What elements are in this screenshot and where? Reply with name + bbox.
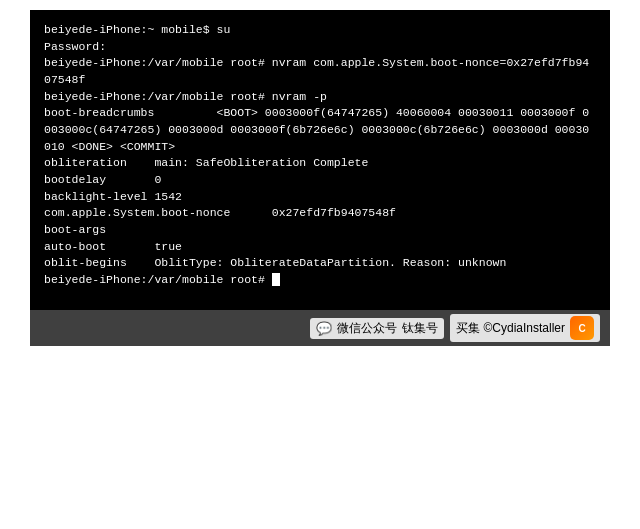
cydia-icon: C bbox=[570, 316, 594, 340]
cydia-label: 买集 ©CydiaInstaller bbox=[456, 320, 565, 337]
terminal-wrapper: beiyede-iPhone:~ mobile$ su Password: be… bbox=[30, 10, 610, 346]
terminal-output: beiyede-iPhone:~ mobile$ su Password: be… bbox=[44, 22, 596, 289]
watermark-label: 💬 微信公众号 钛集号 bbox=[310, 318, 444, 339]
watermark-bar: 💬 微信公众号 钛集号 买集 ©CydiaInstaller C bbox=[30, 310, 610, 346]
main-container: beiyede-iPhone:~ mobile$ su Password: be… bbox=[0, 0, 640, 529]
wechat-icon: 💬 bbox=[316, 321, 332, 336]
terminal-screen: beiyede-iPhone:~ mobile$ su Password: be… bbox=[30, 10, 610, 310]
cydia-watermark: 买集 ©CydiaInstaller C bbox=[450, 314, 600, 342]
wechat-account-label: 微信公众号 bbox=[337, 320, 397, 337]
wechat-id: 钛集号 bbox=[402, 320, 438, 337]
terminal-cursor bbox=[272, 273, 280, 286]
